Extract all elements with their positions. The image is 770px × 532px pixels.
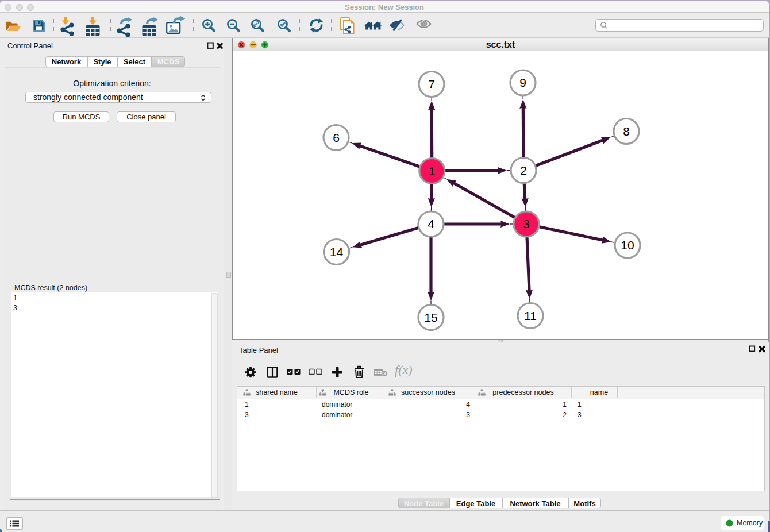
- svg-text:4: 4: [428, 217, 434, 230]
- svg-text:7: 7: [428, 78, 435, 91]
- svg-text:6: 6: [333, 131, 340, 144]
- svg-text:9: 9: [519, 76, 526, 89]
- svg-text:15: 15: [424, 311, 437, 324]
- svg-text:14: 14: [330, 245, 344, 259]
- svg-text:10: 10: [621, 238, 634, 252]
- svg-text:2: 2: [520, 164, 527, 177]
- svg-text:1: 1: [429, 164, 436, 178]
- svg-text:3: 3: [523, 217, 530, 230]
- svg-text:8: 8: [623, 125, 630, 138]
- svg-text:11: 11: [524, 309, 537, 322]
